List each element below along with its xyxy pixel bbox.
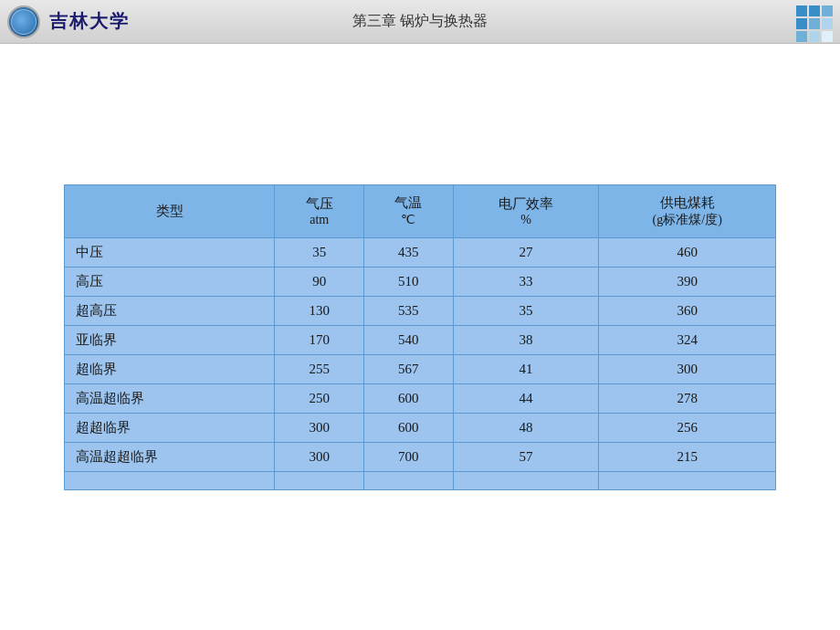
col-header-coal: 供电煤耗 (g标准煤/度) (599, 184, 776, 237)
cell-2-0: 超高压 (65, 296, 275, 325)
cell-3-4: 324 (599, 325, 776, 354)
deco-sq-2 (809, 5, 820, 16)
cell-3-1: 170 (275, 325, 364, 354)
cell-7-4: 215 (599, 442, 776, 471)
cell-0-1: 35 (275, 237, 364, 267)
university-name: 吉林大学 (49, 9, 130, 34)
deco-sq-7 (796, 31, 807, 42)
cell-5-1: 250 (275, 383, 364, 413)
table-row: 超临界25556741300 (65, 354, 776, 383)
cell-1-2: 510 (364, 267, 454, 296)
cell-4-1: 255 (275, 354, 364, 383)
cell-4-4: 300 (599, 354, 776, 383)
table-row: 高温超超临界30070057215 (65, 442, 776, 471)
logo-emblem-inner (11, 9, 37, 35)
cell-0-3: 27 (453, 237, 599, 267)
corner-decoration (796, 5, 833, 42)
cell-4-2: 567 (364, 354, 454, 383)
col-header-pressure: 气压 atm (275, 184, 364, 237)
table-row: 亚临界17054038324 (65, 325, 776, 354)
logo-emblem (7, 5, 40, 38)
cell-2-3: 35 (453, 296, 599, 325)
deco-sq-8 (809, 31, 820, 42)
cell-5-0: 高温超临界 (65, 383, 275, 413)
table-row: 高温超临界25060044278 (65, 383, 776, 413)
table-row: 超高压13053535360 (65, 296, 776, 325)
table-header-row: 类型 气压 atm 气温 ℃ 电厂效率 % 供电煤耗 (65, 184, 776, 237)
cell-0-0: 中压 (65, 237, 275, 267)
cell-1-3: 33 (453, 267, 599, 296)
cell-7-1: 300 (275, 442, 364, 471)
cell-6-3: 48 (453, 413, 599, 442)
table-row: 高压9051033390 (65, 267, 776, 296)
deco-sq-3 (822, 5, 833, 16)
table-row: 中压3543527460 (65, 237, 776, 267)
header-bar: 吉林大学 第三章 锅炉与换热器 (0, 0, 840, 44)
cell-6-4: 256 (599, 413, 776, 442)
main-content: 类型 气压 atm 气温 ℃ 电厂效率 % 供电煤耗 (0, 44, 840, 630)
deco-sq-1 (796, 5, 807, 16)
col-header-temp: 气温 ℃ (364, 184, 454, 237)
table-row: 超超临界30060048256 (65, 413, 776, 442)
slide-title: 第三章 锅炉与换热器 (352, 12, 488, 31)
cell-2-2: 535 (364, 296, 454, 325)
col-header-efficiency: 电厂效率 % (453, 184, 599, 237)
cell-1-4: 390 (599, 267, 776, 296)
cell-7-2: 700 (364, 442, 454, 471)
cell-6-2: 600 (364, 413, 454, 442)
padding-row (65, 471, 776, 489)
cell-3-2: 540 (364, 325, 454, 354)
cell-1-0: 高压 (65, 267, 275, 296)
cell-1-1: 90 (275, 267, 364, 296)
deco-sq-6 (822, 18, 833, 29)
cell-4-0: 超临界 (65, 354, 275, 383)
cell-0-2: 435 (364, 237, 454, 267)
cell-3-0: 亚临界 (65, 325, 275, 354)
col-header-type: 类型 (65, 184, 275, 237)
cell-5-4: 278 (599, 383, 776, 413)
cell-6-1: 300 (275, 413, 364, 442)
cell-4-3: 41 (453, 354, 599, 383)
deco-sq-5 (809, 18, 820, 29)
deco-sq-9 (822, 31, 833, 42)
table-container: 类型 气压 atm 气温 ℃ 电厂效率 % 供电煤耗 (64, 184, 776, 490)
logo-text: 吉林大学 (44, 5, 135, 38)
cell-7-3: 57 (453, 442, 599, 471)
logo-area: 吉林大学 (0, 5, 135, 38)
cell-6-0: 超超临界 (65, 413, 275, 442)
deco-sq-4 (796, 18, 807, 29)
cell-5-2: 600 (364, 383, 454, 413)
cell-7-0: 高温超超临界 (65, 442, 275, 471)
cell-2-1: 130 (275, 296, 364, 325)
cell-5-3: 44 (453, 383, 599, 413)
cell-2-4: 360 (599, 296, 776, 325)
cell-0-4: 460 (599, 237, 776, 267)
cell-3-3: 38 (453, 325, 599, 354)
data-table: 类型 气压 atm 气温 ℃ 电厂效率 % 供电煤耗 (64, 184, 776, 490)
